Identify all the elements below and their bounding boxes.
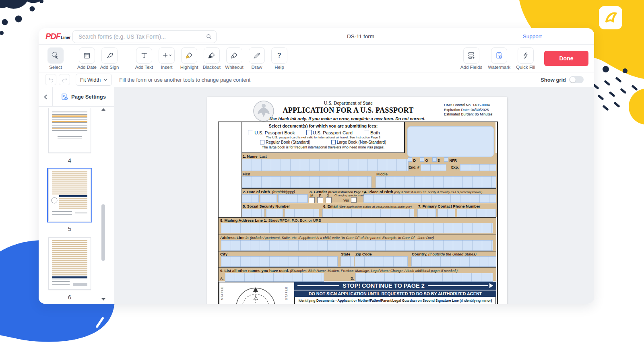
add-fields-button[interactable]: Add Fields bbox=[460, 47, 482, 70]
passport-book-checkbox[interactable] bbox=[248, 130, 253, 135]
address-line2-field[interactable] bbox=[221, 240, 493, 251]
search-box[interactable] bbox=[72, 30, 217, 43]
fees-box: Select document(s) for which you are sub… bbox=[242, 122, 405, 153]
large-book-checkbox[interactable] bbox=[331, 140, 336, 144]
staple-label-left: STAPLE bbox=[221, 286, 223, 300]
page-6-thumbnail[interactable] bbox=[48, 237, 91, 290]
page-settings-icon bbox=[61, 93, 68, 101]
insert-button[interactable]: Insert bbox=[157, 47, 176, 70]
last-name-field[interactable] bbox=[242, 159, 409, 171]
status-flags-row: D O S NFR bbox=[408, 157, 457, 163]
sidebar-header: Page Settings bbox=[39, 87, 114, 107]
document-title: DS-11 form bbox=[328, 33, 393, 39]
address-line1-field[interactable] bbox=[221, 223, 493, 233]
dob-year-field[interactable] bbox=[278, 194, 308, 203]
add-sign-label: Add Sign bbox=[100, 65, 119, 70]
q4-label: 4. Place of Birth (City & State if in th… bbox=[364, 189, 482, 194]
draw-pen-icon bbox=[249, 47, 265, 64]
scroll-down-arrow[interactable] bbox=[101, 298, 105, 301]
document-canvas: U.S. Department of State APPLICATION FOR… bbox=[114, 87, 594, 304]
calendar-icon bbox=[79, 47, 95, 64]
show-grid-toggle[interactable] bbox=[569, 76, 584, 83]
phone-line-field[interactable] bbox=[457, 209, 496, 217]
gender-f-checkbox[interactable] bbox=[317, 197, 323, 203]
passport-card-checkbox[interactable] bbox=[306, 130, 312, 135]
add-sign-button[interactable]: Add Sign bbox=[100, 47, 119, 70]
gender-x-checkbox[interactable] bbox=[326, 197, 332, 203]
pdfliner-brand-badge bbox=[599, 6, 622, 29]
page-5-number[interactable]: 5 bbox=[45, 225, 94, 233]
gender-m-checkbox[interactable] bbox=[309, 197, 315, 203]
changing-yes-label: Yes bbox=[343, 198, 349, 202]
phone-area-field[interactable] bbox=[417, 209, 436, 217]
form-title: APPLICATION FOR A U.S. PASSPORT bbox=[256, 106, 441, 115]
watermark-button[interactable]: Watermark bbox=[488, 47, 510, 70]
state-field[interactable] bbox=[341, 256, 354, 267]
zip-label: Zip Code bbox=[355, 252, 372, 256]
select-tool-button[interactable]: Select bbox=[46, 47, 65, 70]
insert-label: Insert bbox=[161, 65, 173, 70]
end-number-field[interactable] bbox=[421, 164, 446, 171]
row-divider bbox=[219, 267, 496, 268]
end-label: End. # bbox=[409, 165, 419, 169]
support-link[interactable]: Support bbox=[523, 33, 542, 39]
photo-fill-area[interactable] bbox=[407, 126, 494, 157]
done-button[interactable]: Done bbox=[544, 51, 588, 66]
page-6-number[interactable]: 6 bbox=[45, 294, 94, 301]
draw-label: Draw bbox=[252, 65, 262, 70]
flag-o-checkbox[interactable] bbox=[420, 157, 424, 162]
page-5-thumbnail-selected[interactable] bbox=[48, 169, 91, 221]
ssn-part1-field[interactable] bbox=[242, 209, 264, 217]
zoom-mode-dropdown[interactable]: Fit Width bbox=[76, 74, 112, 86]
place-of-birth-field[interactable] bbox=[363, 194, 496, 203]
changing-yes-checkbox[interactable] bbox=[351, 197, 357, 203]
banner-dash-right bbox=[428, 285, 488, 286]
whiteout-button[interactable]: Whiteout bbox=[225, 47, 244, 70]
zip-field[interactable] bbox=[355, 256, 408, 267]
ssn-part3-field[interactable] bbox=[285, 209, 319, 217]
city-field[interactable] bbox=[221, 256, 338, 267]
page-4-thumbnail[interactable] bbox=[48, 108, 91, 153]
page-settings-button[interactable]: Page Settings bbox=[53, 93, 114, 101]
add-date-button[interactable]: Add Date bbox=[77, 47, 97, 70]
redo-button[interactable] bbox=[59, 74, 70, 85]
search-icon[interactable] bbox=[206, 33, 212, 40]
other-name-a-field[interactable] bbox=[225, 273, 324, 282]
flag-s-checkbox[interactable] bbox=[432, 157, 437, 162]
regular-book-checkbox[interactable] bbox=[260, 140, 264, 144]
first-name-field[interactable] bbox=[242, 176, 372, 188]
blackout-button[interactable]: Blackout bbox=[202, 47, 221, 70]
sidebar-scrollbar[interactable] bbox=[101, 107, 105, 302]
collapse-sidebar-button[interactable] bbox=[39, 87, 53, 106]
pdfliner-logo[interactable]: PDF Liner bbox=[45, 32, 70, 41]
flag-d-checkbox[interactable] bbox=[408, 157, 412, 162]
help-button[interactable]: ? Help bbox=[270, 47, 289, 70]
search-input[interactable] bbox=[78, 33, 206, 40]
scroll-up-arrow[interactable] bbox=[101, 108, 105, 111]
phone-prefix-field[interactable] bbox=[438, 209, 455, 217]
email-field[interactable] bbox=[322, 209, 414, 217]
highlight-button[interactable]: Highlight bbox=[180, 47, 199, 70]
other-name-b-field[interactable] bbox=[355, 273, 493, 282]
page-4-number[interactable]: 4 bbox=[45, 157, 94, 164]
content-area: Page Settings 4 bbox=[39, 87, 594, 304]
middle-name-field[interactable] bbox=[376, 176, 496, 188]
undo-button[interactable] bbox=[45, 74, 56, 85]
quick-fill-button[interactable]: Quick Fill bbox=[516, 47, 535, 70]
dob-day-field[interactable] bbox=[260, 194, 277, 203]
flag-nfr-checkbox[interactable] bbox=[444, 157, 448, 162]
country-field[interactable] bbox=[411, 256, 496, 267]
photo-alignment-circle bbox=[228, 284, 285, 304]
exp-label: Exp. bbox=[451, 165, 459, 169]
dob-month-field[interactable] bbox=[242, 194, 259, 203]
add-text-button[interactable]: Add Text bbox=[134, 47, 154, 70]
lightning-icon bbox=[518, 47, 534, 64]
draw-button[interactable]: Draw bbox=[247, 47, 266, 70]
ssn-part2-field[interactable] bbox=[266, 209, 283, 217]
exp-field[interactable] bbox=[460, 164, 496, 171]
fees-note2: The large book is for frequent internati… bbox=[242, 145, 404, 149]
watermark-label: Watermark bbox=[488, 65, 510, 70]
scrollbar-thumb[interactable] bbox=[101, 204, 105, 261]
both-checkbox[interactable] bbox=[364, 130, 369, 135]
highlight-brush-icon bbox=[181, 47, 197, 64]
